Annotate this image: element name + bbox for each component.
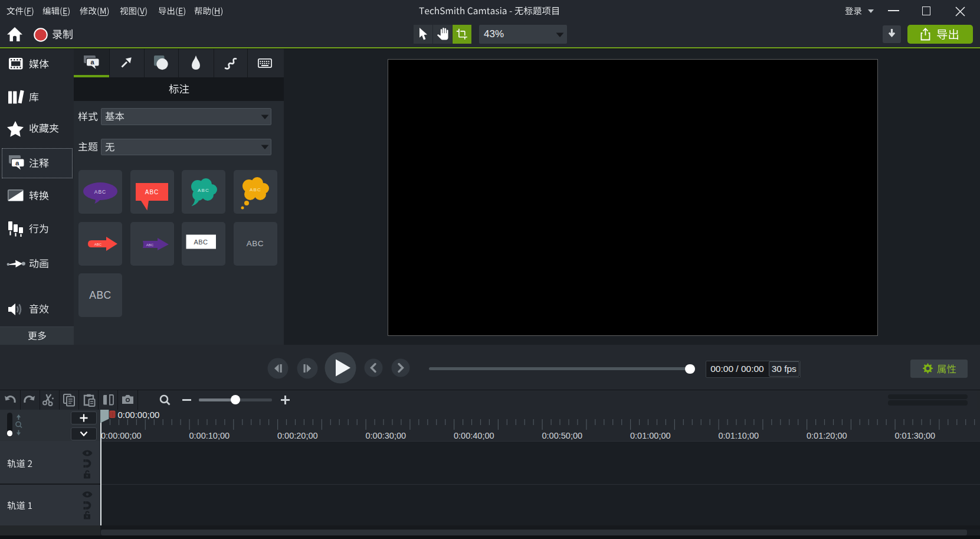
svg-text:ABC: ABC	[94, 189, 106, 195]
svg-text:ABC: ABC	[194, 239, 208, 246]
svg-text:ABC: ABC	[249, 187, 261, 192]
svg-text:a: a	[91, 58, 95, 66]
svg-text:ABC: ABC	[145, 189, 159, 195]
svg-text:ABC: ABC	[198, 188, 209, 193]
svg-text:ABC: ABC	[94, 243, 102, 246]
svg-text:ABC: ABC	[146, 243, 153, 247]
svg-text:a: a	[15, 159, 19, 166]
